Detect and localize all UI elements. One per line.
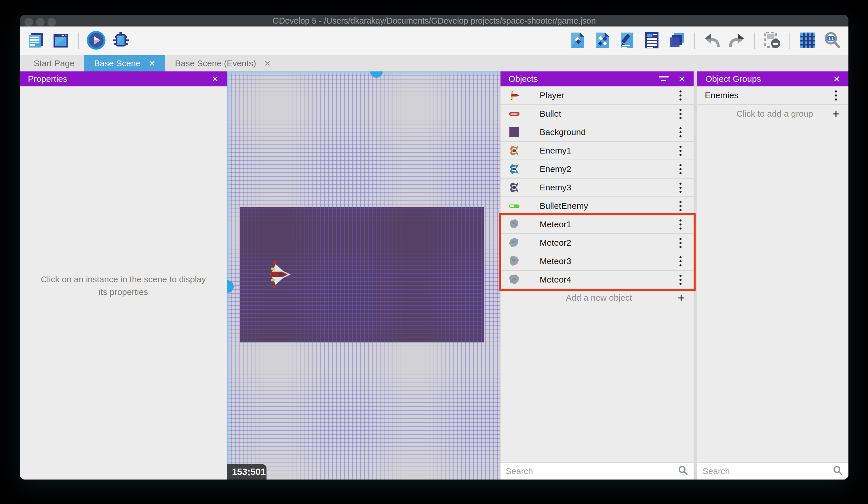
properties-panel-title: Properties bbox=[28, 74, 68, 84]
undo-icon bbox=[703, 32, 721, 50]
close-tab-icon[interactable]: ✕ bbox=[149, 59, 155, 68]
scene-canvas[interactable]: 153;501 bbox=[227, 71, 500, 480]
object-menu-button[interactable] bbox=[680, 150, 682, 152]
group-menu-button[interactable] bbox=[835, 94, 837, 97]
instances-list-button[interactable] bbox=[643, 32, 661, 50]
play-icon bbox=[86, 31, 106, 51]
meteor-icon bbox=[507, 218, 521, 231]
search-icon bbox=[832, 465, 843, 477]
tab-start-page[interactable]: Start Page bbox=[24, 55, 84, 71]
object-row-meteor3[interactable]: Meteor3 bbox=[500, 252, 694, 271]
zoom-reset-button[interactable]: 1:1 bbox=[823, 32, 841, 50]
player-instance[interactable] bbox=[268, 260, 292, 289]
group-row-enemies[interactable]: Enemies bbox=[698, 87, 848, 105]
object-row-enemy3[interactable]: Enemy3 bbox=[500, 179, 694, 197]
close-tab-icon[interactable]: ✕ bbox=[264, 59, 271, 68]
mask-toggle-button[interactable] bbox=[763, 32, 782, 50]
add-object-button[interactable]: Add a new object + bbox=[500, 289, 694, 306]
maximize-window-icon[interactable] bbox=[48, 18, 56, 27]
object-menu-button[interactable] bbox=[680, 113, 682, 115]
meteor-icon bbox=[507, 254, 521, 268]
filter-icon[interactable] bbox=[659, 76, 669, 82]
object-row-enemy2[interactable]: Enemy2 bbox=[500, 160, 694, 179]
object-menu-button[interactable] bbox=[680, 223, 682, 225]
layers-icon bbox=[668, 32, 685, 50]
object-groups-icon bbox=[595, 31, 610, 50]
objects-search bbox=[500, 462, 694, 480]
background-icon bbox=[507, 125, 521, 139]
toolbar-separator bbox=[78, 32, 79, 49]
main-toolbar: 1:1 bbox=[20, 27, 848, 55]
search-icon bbox=[678, 465, 689, 477]
properties-empty-message: Click on an instance in the scene to dis… bbox=[20, 273, 227, 298]
add-group-button[interactable]: Click to add a group + bbox=[698, 105, 848, 123]
grid-icon bbox=[799, 31, 816, 50]
scene-properties-icon bbox=[620, 31, 634, 50]
objects-editor-button[interactable] bbox=[568, 32, 587, 50]
objects-search-input[interactable] bbox=[506, 466, 678, 476]
object-menu-button[interactable] bbox=[680, 279, 682, 281]
object-row-background[interactable]: Background bbox=[500, 123, 694, 142]
enemy1-ship-icon bbox=[507, 144, 521, 158]
object-row-bullet[interactable]: Bullet bbox=[500, 105, 694, 123]
meteor-icon bbox=[507, 273, 521, 286]
window-button[interactable] bbox=[52, 32, 70, 50]
object-menu-button[interactable] bbox=[680, 131, 682, 133]
enemy3-ship-icon bbox=[507, 181, 521, 194]
objects-panel-title: Objects bbox=[508, 74, 538, 84]
project-manager-button[interactable] bbox=[27, 32, 45, 50]
object-menu-button[interactable] bbox=[680, 205, 682, 207]
project-manager-icon bbox=[27, 31, 45, 50]
tab-base-scene[interactable]: Base Scene ✕ bbox=[84, 55, 165, 71]
window-icon bbox=[52, 31, 70, 50]
object-menu-button[interactable] bbox=[680, 187, 682, 189]
editor-content: Properties ✕ Click on an instance in the… bbox=[20, 71, 848, 480]
grid-toggle-button[interactable] bbox=[798, 32, 817, 50]
object-row-meteor2[interactable]: Meteor2 bbox=[500, 234, 694, 252]
debug-button[interactable] bbox=[112, 32, 130, 50]
close-panel-icon[interactable]: ✕ bbox=[211, 74, 219, 84]
window-title: GDevelop 5 - /Users/dkarakay/Documents/G… bbox=[272, 16, 596, 26]
play-button[interactable] bbox=[87, 32, 105, 50]
redo-button[interactable] bbox=[727, 32, 746, 50]
close-panel-icon[interactable]: ✕ bbox=[833, 74, 840, 84]
bullet-enemy-icon bbox=[507, 199, 521, 213]
object-menu-button[interactable] bbox=[680, 168, 682, 170]
undo-button[interactable] bbox=[703, 32, 721, 50]
vertical-scrollbar[interactable] bbox=[227, 71, 230, 480]
tab-base-scene-events[interactable]: Base Scene (Events) ✕ bbox=[165, 55, 281, 71]
toolbar-separator bbox=[754, 32, 755, 49]
objects-panel: Objects ✕ Player bbox=[500, 71, 694, 480]
object-menu-button[interactable] bbox=[680, 242, 682, 244]
object-row-enemy1[interactable]: Enemy1 bbox=[500, 142, 694, 160]
traffic-lights[interactable] bbox=[24, 18, 56, 27]
toolbar-separator bbox=[789, 32, 790, 49]
toolbar-separator bbox=[694, 32, 695, 49]
svg-text:1:1: 1:1 bbox=[828, 37, 834, 41]
debug-icon bbox=[112, 31, 130, 50]
object-groups-button[interactable] bbox=[593, 32, 612, 50]
object-menu-button[interactable] bbox=[680, 94, 682, 97]
minimize-window-icon[interactable] bbox=[36, 18, 45, 27]
editor-tabbar: Start Page Base Scene ✕ Base Scene (Even… bbox=[20, 55, 848, 71]
scene-properties-button[interactable] bbox=[618, 32, 636, 50]
close-panel-icon[interactable]: ✕ bbox=[678, 74, 685, 84]
close-window-icon[interactable] bbox=[24, 18, 33, 27]
zoom-1-1-icon: 1:1 bbox=[823, 31, 841, 50]
layers-button[interactable] bbox=[668, 32, 686, 50]
object-groups-panel-title: Object Groups bbox=[705, 74, 761, 84]
groups-search bbox=[698, 462, 848, 480]
meteor-icon bbox=[507, 236, 521, 250]
groups-search-input[interactable] bbox=[703, 466, 832, 476]
horizontal-scrollbar[interactable] bbox=[227, 71, 500, 74]
object-row-bulletenemy[interactable]: BulletEnemy bbox=[500, 197, 694, 215]
object-row-player[interactable]: Player bbox=[500, 87, 694, 105]
player-ship-icon bbox=[507, 88, 521, 102]
object-row-meteor1[interactable]: Meteor1 bbox=[500, 215, 694, 234]
object-groups-panel: Object Groups ✕ Enemies Click to add a g… bbox=[698, 71, 848, 480]
instances-list-icon bbox=[644, 31, 659, 50]
cursor-coordinates: 153;501 bbox=[227, 464, 267, 480]
object-menu-button[interactable] bbox=[680, 260, 682, 262]
object-row-meteor4[interactable]: Meteor4 bbox=[500, 271, 694, 289]
mask-icon bbox=[764, 31, 781, 50]
